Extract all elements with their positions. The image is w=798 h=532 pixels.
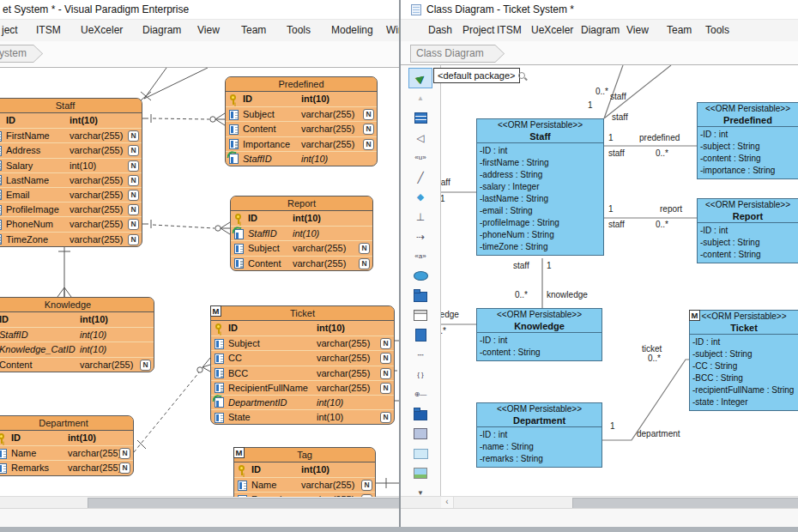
erd-table-knowledge[interactable]: KnowledgeIDint(10)StaffIDint(10)Knowledg… <box>0 297 154 372</box>
menu-item-diagram[interactable]: Diagram <box>581 24 620 36</box>
frame-tool-icon[interactable] <box>408 306 432 325</box>
erd-row[interactable]: FirstNamevarchar(255)N <box>0 128 142 142</box>
menu-item-tools[interactable]: Tools <box>705 24 729 36</box>
erd-row[interactable]: IDint(10) <box>234 462 375 477</box>
folder-tool-icon[interactable] <box>408 405 432 424</box>
erd-row[interactable]: IDint(10) <box>211 321 394 336</box>
uml-canvas[interactable]: <<ORM Persistable>>Staff-ID : int-firstN… <box>441 64 798 497</box>
erd-row[interactable]: Remarksvarchar(255)N <box>0 460 133 475</box>
erd-row[interactable]: LastNamevarchar(255)N <box>0 172 142 187</box>
menu-item-itsm[interactable]: ITSM <box>497 24 522 36</box>
erd-row[interactable]: ProfileImagevarchar(255)N <box>0 202 142 216</box>
usage-tool-icon[interactable]: «u» <box>408 148 432 167</box>
composite-tool-icon[interactable] <box>408 425 432 444</box>
erd-canvas[interactable]: StaffIDint(10)FirstNamevarchar(255)NAddr… <box>0 67 399 497</box>
erd-row[interactable]: IDint(10) <box>0 431 133 445</box>
containment-tool-icon[interactable]: ⊥ <box>408 208 432 227</box>
erd-row[interactable]: Subjectvarchar(255)N <box>231 240 372 255</box>
erd-row[interactable]: Addressvarchar(255)N <box>0 142 142 157</box>
note-tool-icon[interactable] <box>408 326 432 345</box>
erd-row[interactable]: StaffIDint(10) <box>226 151 377 166</box>
erd-row[interactable]: CCvarchar(255)N <box>211 350 394 365</box>
erd-table-staff[interactable]: StaffIDint(10)FirstNamevarchar(255)NAddr… <box>0 98 142 247</box>
erd-row[interactable]: DepartmentIDint(10) <box>211 395 394 409</box>
dependency-tool-icon[interactable]: ⇢ <box>408 227 432 246</box>
menu-item-view[interactable]: View <box>197 24 220 36</box>
erd-row[interactable]: IDint(10) <box>0 113 142 128</box>
socket-tool-icon[interactable]: ⊕— <box>408 385 432 404</box>
uml-class-report[interactable]: <<ORM Persistable>>Report-ID : int-subje… <box>697 198 798 263</box>
erd-row[interactable]: StaffIDint(10) <box>231 226 372 240</box>
erd-row[interactable]: Contentvarchar(255)N <box>0 357 154 372</box>
association-tool-icon[interactable]: ◁ <box>408 129 432 148</box>
uml-class-knowledge[interactable]: <<ORM Persistable>>Knowledge-ID : int-co… <box>476 308 602 361</box>
dotted-line-tool-icon[interactable]: ┄ <box>408 346 432 365</box>
erd-row[interactable]: Subjectvarchar(255)N <box>226 106 377 121</box>
erd-row[interactable]: IDint(10) <box>231 211 372 226</box>
class-attributes: -ID : int-subject : String-content : Str… <box>698 223 798 263</box>
erd-row[interactable]: Emailvarchar(255)N <box>0 187 142 202</box>
uml-class-staff[interactable]: <<ORM Persistable>>Staff-ID : int-firstN… <box>476 118 604 256</box>
scroll-left-button[interactable]: ‹ <box>441 497 454 508</box>
erd-table-predefined[interactable]: PredefinedIDint(10)Subjectvarchar(255)NC… <box>225 76 378 166</box>
horizontal-scrollbar[interactable]: ‹ <box>401 496 798 508</box>
menu-item-team[interactable]: Team <box>667 24 692 36</box>
cursor-tool-icon[interactable]: ▶ <box>408 68 432 88</box>
erd-table-report[interactable]: ReportIDint(10)StaffIDint(10)Subjectvarc… <box>230 196 373 271</box>
package-selector[interactable]: <default package> <box>433 68 520 83</box>
menu-item-ject[interactable]: ject <box>2 24 18 36</box>
menu-item-project[interactable]: Project <box>462 24 494 36</box>
erd-table-department[interactable]: DepartmentIDint(10)Namevarchar(255)NRema… <box>0 415 134 476</box>
magnifier-icon[interactable] <box>518 72 527 81</box>
horizontal-scrollbar[interactable] <box>0 496 399 508</box>
tab-class-diagram[interactable]: Class Diagram <box>410 45 505 63</box>
line-tool-icon[interactable]: ╱ <box>408 168 432 187</box>
uml-class-predefined[interactable]: <<ORM Persistable>>Predefined-ID : int-s… <box>697 102 798 179</box>
menu-item-winc[interactable]: Winc <box>386 24 399 36</box>
uml-class-ticket[interactable]: M<<ORM Persistable>>Ticket-ID : int-subj… <box>689 310 798 411</box>
menu-item-itsm[interactable]: ITSM <box>36 24 61 36</box>
erd-row[interactable]: Namevarchar(255)N <box>0 445 133 460</box>
rectangle-tool-icon[interactable] <box>408 444 432 463</box>
erd-row[interactable]: Namevarchar(255)N <box>234 477 375 492</box>
menu-item-tools[interactable]: Tools <box>287 24 311 36</box>
uml-class-department[interactable]: <<ORM Persistable>>Department-ID : int-n… <box>476 402 602 468</box>
anchor-tool-icon[interactable]: «a» <box>408 247 432 266</box>
menu-item-uexceler[interactable]: UeXceler <box>81 24 123 36</box>
class-attribute: -timeZone : String <box>480 241 603 253</box>
tab-ticket-system[interactable]: System <box>0 45 43 63</box>
erd-table-ticket[interactable]: MTicketIDint(10)Subjectvarchar(255)NCCva… <box>210 305 395 425</box>
menu-item-diagram[interactable]: Diagram <box>142 24 181 36</box>
erd-row[interactable]: Remarksvarchar(255)N <box>234 492 375 497</box>
erd-row[interactable]: Knowledge_CatIDint(10) <box>0 342 154 356</box>
erd-table-tag[interactable]: MTagIDint(10)Namevarchar(255)NRemarksvar… <box>233 447 376 497</box>
erd-row[interactable]: Stateint(10)N <box>211 409 394 424</box>
erd-row[interactable]: TimeZonevarchar(255)N <box>0 232 142 246</box>
package-tool-icon[interactable] <box>408 287 432 305</box>
menu-item-modeling[interactable]: Modeling <box>331 24 373 36</box>
class-tool-icon[interactable] <box>408 109 432 128</box>
erd-row[interactable]: Subjectvarchar(255)N <box>211 336 394 350</box>
aggregation-tool-icon[interactable]: ◆ <box>408 188 432 207</box>
erd-row[interactable]: Salaryint(10)N <box>0 158 142 172</box>
erd-row[interactable]: Importancevarchar(255)N <box>226 136 377 151</box>
menu-item-dash[interactable]: Dash <box>428 24 452 36</box>
ellipse-tool-icon[interactable] <box>408 267 432 286</box>
erd-row[interactable]: BCCvarchar(255)N <box>211 366 394 380</box>
image-tool-icon[interactable] <box>408 464 432 483</box>
erd-row[interactable]: PhoneNumvarchar(255)N <box>0 216 142 231</box>
erd-row[interactable]: RecipientFullNamevarchar(255)N <box>211 380 394 395</box>
erd-row[interactable]: StaffIDint(10) <box>0 327 154 342</box>
nullable-badge: N <box>380 368 391 379</box>
erd-row[interactable]: IDint(10) <box>226 92 377 106</box>
menu-item-uexceler[interactable]: UeXceler <box>531 24 573 36</box>
erd-row[interactable]: IDint(10) <box>0 312 154 327</box>
scroll-up-tool-icon[interactable]: ▲ <box>408 89 432 108</box>
scroll-down-tool-icon[interactable]: ▼ <box>408 484 432 497</box>
menu-item-team[interactable]: Team <box>241 24 266 36</box>
erd-row[interactable]: Contentvarchar(255)N <box>231 256 372 270</box>
erd-row[interactable]: Contentvarchar(255)N <box>226 121 377 136</box>
constraint-tool-icon[interactable]: { } <box>408 366 432 384</box>
menu-item-view[interactable]: View <box>626 24 649 36</box>
column-icon <box>229 139 239 149</box>
